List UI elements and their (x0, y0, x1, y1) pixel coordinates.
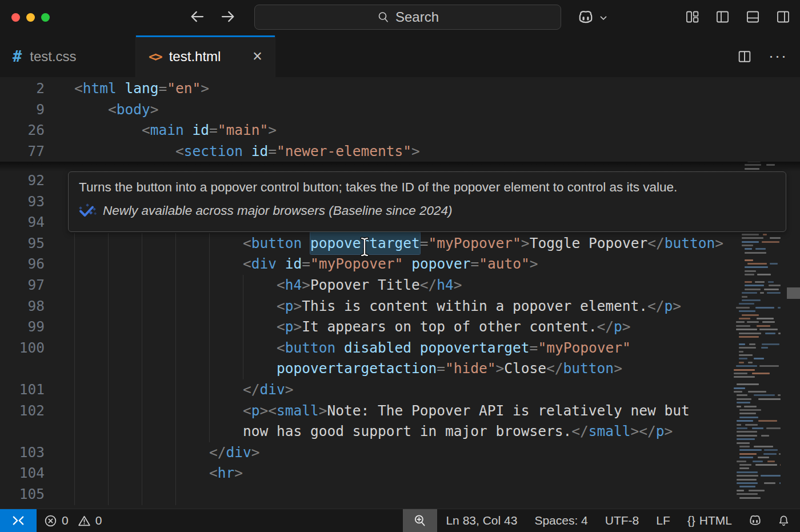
minimap-line (739, 453, 757, 455)
minimap-line (765, 333, 776, 334)
editor-pane[interactable]: 92939495 <button popovertarget="myPopove… (0, 77, 800, 509)
code-line[interactable]: 9 <body> (0, 99, 800, 121)
minimap-line (736, 321, 745, 323)
zoom-status-button[interactable] (403, 509, 437, 532)
copilot-icon (576, 8, 595, 27)
customize-layout-icon (685, 9, 700, 25)
line-number: 95 (0, 233, 45, 254)
vertical-scrollbar-thumb[interactable] (787, 287, 800, 299)
code-line[interactable]: 99 <p>It appears on top of other content… (0, 317, 800, 338)
toggle-panel-button[interactable] (745, 9, 761, 25)
code-text: <p>It appears on top of other content.</… (74, 317, 631, 338)
remote-indicator[interactable] (0, 509, 37, 532)
code-line[interactable]: 104 <hr> (0, 463, 800, 484)
minimize-window-button[interactable] (26, 13, 35, 22)
minimap-line (759, 329, 777, 330)
customize-layout-button[interactable] (685, 9, 700, 25)
minimap-line (734, 373, 747, 374)
back-button[interactable] (189, 8, 206, 25)
code-line[interactable]: 95 <button popovertarget="myPopover">Tog… (0, 233, 800, 254)
code-line[interactable]: 98 <p>This is content within a popover e… (0, 296, 800, 317)
minimap-line (737, 442, 750, 444)
minimap-line (737, 493, 758, 495)
line-number: 96 (0, 254, 45, 275)
minimap-line (739, 486, 755, 487)
code-line[interactable]: 97 <h4>Popover Title</h4> (0, 275, 800, 296)
minimap-line (745, 270, 756, 272)
encoding-status[interactable]: UTF-8 (597, 509, 648, 532)
forward-button[interactable] (219, 8, 237, 25)
code-line[interactable]: 2<html lang="en"> (0, 78, 800, 99)
minimap-line (749, 490, 765, 491)
split-editor-button[interactable] (737, 49, 753, 65)
line-number: 100 (0, 338, 45, 359)
minimap-line (767, 292, 781, 294)
minimap-line (745, 274, 754, 275)
arrow-right-icon (219, 8, 237, 25)
minimap-line (745, 285, 764, 286)
minimap-line (745, 424, 758, 426)
eol-status[interactable]: LF (647, 509, 679, 532)
command-center-search[interactable]: Search (254, 5, 561, 30)
minimap-line (737, 438, 755, 440)
code-line[interactable]: 102 <p><small>Note: The Popover API is r… (0, 401, 800, 422)
close-tab-icon[interactable]: × (253, 48, 262, 65)
code-line[interactable]: 77 <section id="newer-elements"> (0, 141, 800, 162)
arrow-left-icon (189, 8, 206, 25)
minimap-line (761, 475, 781, 477)
minimap-line (734, 376, 755, 378)
sticky-scroll-shadow (0, 162, 800, 171)
toggle-primary-sidebar-button[interactable] (715, 9, 730, 25)
close-window-button[interactable] (11, 13, 20, 22)
minimap-line (742, 237, 763, 239)
line-number: 103 (0, 442, 45, 463)
tab-label: test.html (169, 49, 221, 65)
minimap-line (739, 318, 750, 319)
minimap-line (737, 471, 758, 473)
minimap-line (736, 307, 750, 309)
toggle-secondary-sidebar-button[interactable] (775, 9, 791, 25)
minimap-line (752, 373, 770, 374)
minimap-line (780, 464, 781, 466)
minimap-line (739, 347, 756, 349)
notifications-button[interactable] (770, 509, 800, 532)
minimap-line (745, 259, 753, 261)
indentation-status[interactable]: Spaces: 4 (526, 509, 596, 532)
zoom-window-button[interactable] (41, 13, 50, 22)
tab-test-css[interactable]: # test.css (0, 35, 136, 77)
copilot-button[interactable] (576, 8, 595, 27)
problems-indicator[interactable]: 0 0 (37, 509, 109, 532)
code-line[interactable]: now has good support in major browsers.<… (0, 421, 800, 442)
code-line[interactable]: 100 <button disabled popovertarget="myPo… (0, 338, 800, 359)
code-line[interactable]: 101 </div> (0, 379, 800, 401)
copilot-status-button[interactable] (741, 509, 770, 532)
code-line[interactable]: 96 <div id="myPopover" popover="auto"> (0, 254, 800, 275)
minimap-line (778, 394, 781, 396)
language-status[interactable]: {} HTML (679, 509, 741, 532)
minimap-line (745, 281, 752, 283)
code-line[interactable]: popovertargetaction="hide">Close</button… (0, 358, 800, 379)
minimap-line (739, 354, 753, 356)
minimap-line (747, 263, 767, 265)
minimap-line (769, 285, 781, 286)
minimap-line (737, 383, 759, 385)
tab-label: test.css (30, 49, 76, 65)
minimap-line (739, 336, 759, 338)
minimap-line (737, 402, 750, 403)
sticky-scroll[interactable]: 2<html lang="en">9 <body>26 <main id="ma… (0, 77, 800, 162)
copilot-menu-chevron[interactable] (598, 12, 609, 23)
code-line[interactable]: 26 <main id="main"> (0, 120, 800, 141)
minimap-line (770, 237, 781, 239)
code-line[interactable]: 103 </div> (0, 442, 800, 463)
cursor-position[interactable]: Ln 83, Col 43 (437, 509, 526, 532)
minimap-line (742, 234, 759, 235)
minimap-line (764, 449, 778, 451)
code-text (74, 484, 209, 505)
code-line[interactable]: 105 (0, 484, 800, 505)
minimap-line (739, 310, 755, 312)
minimap-line (737, 398, 751, 400)
editor-more-actions-button[interactable]: ··· (769, 47, 787, 65)
braces-icon: {} (687, 514, 695, 527)
minimap-line (778, 307, 781, 309)
tab-test-html[interactable]: <> test.html × (136, 35, 275, 77)
